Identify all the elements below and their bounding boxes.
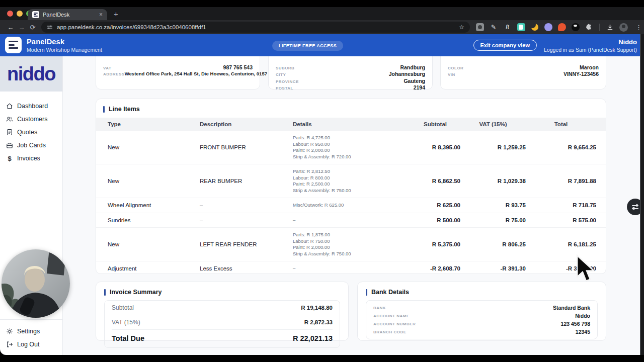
extensions-puzzle-icon[interactable] — [585, 24, 593, 31]
sidebar-item-job-cards[interactable]: Job Cards — [6, 139, 62, 152]
app-tagline: Modern Workshop Management — [27, 47, 102, 53]
webcam-overlay — [2, 249, 70, 318]
purple-extension-icon[interactable] — [544, 23, 552, 31]
docs-extension-icon[interactable] — [517, 23, 525, 31]
home-icon — [6, 103, 13, 110]
account-name-value: Niddo — [575, 313, 590, 319]
browser-profile-icon[interactable] — [619, 23, 628, 32]
invoice-summary-card: Invoice Summary Subtotal R 19,148.80 VAT… — [96, 282, 349, 341]
close-window-button[interactable] — [7, 11, 13, 17]
gear-icon — [6, 328, 13, 335]
dark-circle-extension-icon[interactable] — [572, 23, 580, 31]
browser-window: PanelDesk × + ← → ⟳ app.paneldesk.co.za/… — [0, 7, 644, 355]
new-tab-button[interactable]: + — [114, 10, 118, 18]
bank-details-title: Bank Details — [366, 289, 598, 296]
camera-extension-icon[interactable] — [476, 23, 484, 31]
table-row: New REAR BUMPER Parts: R 2,812.50 Labour… — [96, 164, 606, 198]
address-bar[interactable]: app.paneldesk.co.za/invoices/699348d23a3… — [41, 22, 470, 33]
dollar-icon: $ — [6, 155, 13, 162]
account-number-value: 123 456 798 — [561, 321, 590, 327]
presenter-video — [2, 249, 70, 318]
niddo-logo: niddo — [7, 63, 55, 85]
table-row: New FRONT BUMPER Parts: R 4,725.00 Labou… — [96, 130, 606, 164]
invoice-summary-title: Invoice Summary — [104, 289, 340, 296]
browser-menu-dots-icon[interactable]: ⋮ — [635, 24, 642, 31]
sidebar-item-dashboard[interactable]: Dashboard — [6, 100, 62, 113]
exit-company-view-button[interactable]: Exit company view — [473, 40, 537, 51]
branch-code-value: 12345 — [576, 329, 590, 335]
pencil-extension-icon[interactable]: ✎ — [490, 23, 498, 31]
bookmark-star-icon[interactable]: ☆ — [459, 24, 464, 31]
site-settings-icon[interactable] — [47, 24, 53, 30]
tab-close-icon[interactable]: × — [99, 12, 103, 18]
browser-tab[interactable]: PanelDesk × — [28, 9, 107, 20]
reload-icon[interactable]: ⟳ — [27, 24, 38, 31]
line-items-card: Line Items Type Description Details Subt… — [96, 99, 606, 274]
minimize-window-button[interactable] — [17, 11, 23, 17]
toolbar-divider — [599, 24, 600, 31]
company-address: Westend Office Park, 254 Hall St, Die Ho… — [125, 71, 267, 76]
sidebar-item-logout[interactable]: Log Out — [6, 338, 62, 351]
sidebar-item-invoices[interactable]: $ Invoices — [6, 152, 62, 165]
company-info-card: VAT 987 765 543 ADDRESS Westend Office P… — [96, 56, 260, 89]
city-value: Johannesburg — [286, 71, 425, 77]
forward-icon[interactable]: → — [16, 24, 27, 31]
lifetime-access-badge: LIFETIME FREE ACCESS — [272, 41, 343, 51]
extension-icons: ✎ ft ⋮ — [476, 23, 642, 32]
province-value: Gauteng — [299, 78, 425, 84]
table-row: New LEFT REAR FENDER Parts: R 1,875.00 L… — [96, 227, 606, 261]
mouse-cursor — [575, 254, 596, 284]
sidebar-item-quotes[interactable]: Quotes — [6, 126, 62, 139]
location-info-card: SUBURB Randburg CITY Johannesburg PROVIN… — [268, 56, 433, 89]
briefcase-icon — [6, 142, 13, 149]
table-row: Adjustment Less Excess – -R 2,608.70 -R … — [96, 261, 606, 276]
line-items-title: Line Items — [96, 99, 606, 113]
logged-in-as: Logged in as Sam (PanelDesk Support) — [544, 47, 637, 53]
table-row: Wheel Alignment – Misc/Outwork: R 625.00… — [96, 198, 606, 213]
app-name: PanelDesk — [27, 38, 102, 46]
sidebar-item-settings[interactable]: Settings — [6, 325, 62, 338]
people-icon — [6, 116, 13, 123]
sidebar-nav: Dashboard Customers — [0, 92, 62, 165]
screen: PanelDesk × + ← → ⟳ app.paneldesk.co.za/… — [0, 0, 644, 362]
back-icon[interactable]: ← — [5, 24, 16, 31]
total-due: R 22,021.13 — [293, 334, 333, 342]
scrollbar[interactable] — [640, 34, 644, 355]
sidebar-footer: Settings Log Out — [0, 319, 62, 351]
main-content: VAT 987 765 543 ADDRESS Westend Office P… — [63, 56, 640, 355]
sidebar-item-customers[interactable]: Customers — [6, 113, 62, 126]
flame-extension-icon[interactable] — [558, 23, 566, 31]
account-name: Niddo — [544, 38, 637, 46]
suburb-value: Randburg — [294, 64, 425, 70]
vehicle-info-card: COLOR Maroon VIN VINNY-123456 — [440, 56, 606, 89]
url-text: app.paneldesk.co.za/invoices/699348d23a3… — [57, 24, 455, 30]
app-brand: PanelDesk Modern Workshop Management — [5, 37, 102, 53]
vat-number: 987 765 543 — [111, 64, 253, 70]
table-row: Sundries – – R 500.00 R 75.00 R 575.00 — [96, 213, 606, 228]
app-header: PanelDesk Modern Workshop Management LIF… — [0, 34, 644, 56]
browser-tab-strip: PanelDesk × + — [0, 7, 644, 20]
vin-value: VINNY-123456 — [455, 71, 599, 77]
paneldesk-logo-icon — [5, 37, 22, 53]
document-icon — [6, 129, 13, 136]
postal-value: 2194 — [293, 84, 425, 90]
accent-bar — [366, 289, 367, 296]
accent-bar — [104, 289, 106, 296]
bank-details-card: Bank Details BANK Standard Bank ACCOUNT … — [357, 282, 606, 341]
logout-icon — [6, 341, 13, 348]
color-value: Maroon — [463, 64, 599, 70]
bank-name: Standard Bank — [553, 305, 590, 311]
tab-title: PanelDesk — [43, 12, 96, 18]
ft-extension-icon[interactable]: ft — [503, 23, 512, 31]
accent-bar — [103, 106, 105, 113]
line-items-header-row: Type Description Details Subtotal VAT (1… — [96, 118, 606, 130]
crescent-extension-icon[interactable] — [531, 23, 539, 31]
summary-subtotal: R 19,148.80 — [301, 305, 333, 311]
paneldesk-favicon — [32, 11, 39, 18]
summary-vat: R 2,872.33 — [304, 319, 333, 325]
browser-toolbar: ← → ⟳ app.paneldesk.co.za/invoices/69934… — [0, 20, 644, 34]
downloads-icon[interactable] — [606, 24, 614, 31]
company-logo-area: niddo — [0, 56, 62, 92]
